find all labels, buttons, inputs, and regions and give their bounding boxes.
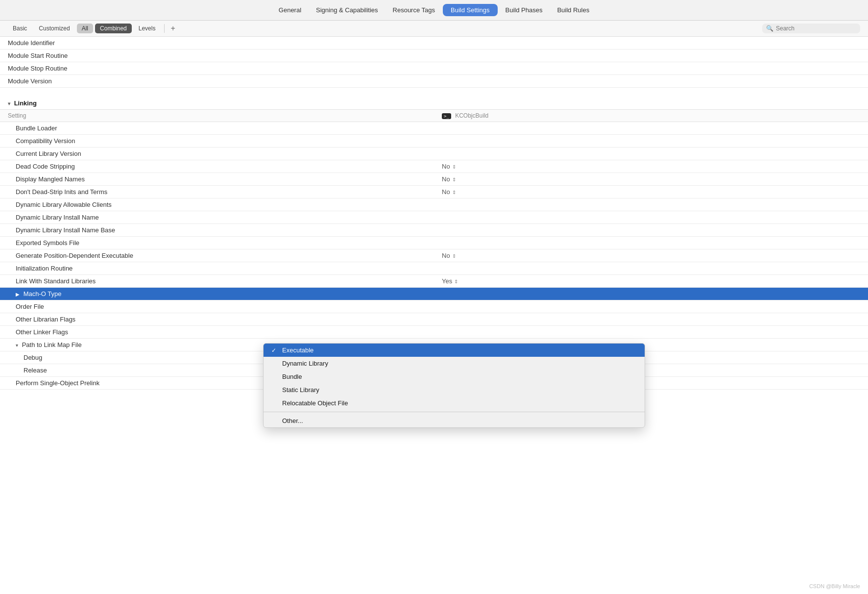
tab-resource-tags[interactable]: Resource Tags bbox=[386, 4, 442, 16]
table-row[interactable]: Module Version bbox=[0, 75, 868, 88]
setting-value bbox=[434, 147, 868, 160]
setting-value: No⇕ bbox=[434, 185, 868, 198]
top-tab-bar: General Signing & Capabilities Resource … bbox=[0, 0, 868, 21]
table-row[interactable]: Other Librarian Flags bbox=[0, 313, 868, 325]
filter-bar: Basic Customized All Combined Levels + 🔍 bbox=[0, 21, 868, 37]
table-row[interactable]: Generate Position-Dependent Executable N… bbox=[0, 249, 868, 262]
section-chevron-icon: ▾ bbox=[8, 101, 10, 106]
table-row[interactable]: Module Identifier bbox=[0, 37, 868, 50]
dropdown-item-static-library[interactable]: Static Library bbox=[264, 383, 645, 396]
mach-o-type-row[interactable]: ▶ Mach-O Type bbox=[0, 287, 868, 300]
filter-levels-button[interactable]: Levels bbox=[134, 24, 161, 33]
column-header-row: Setting >_ KCObjcBuild bbox=[0, 109, 868, 122]
dropdown-item-other[interactable]: Other... bbox=[264, 414, 645, 427]
setting-value bbox=[434, 325, 868, 338]
dropdown-item-label: Relocatable Object File bbox=[282, 399, 348, 407]
table-row[interactable]: Module Start Routine bbox=[0, 50, 868, 62]
setting-value bbox=[434, 62, 868, 75]
dropdown-item-bundle[interactable]: Bundle bbox=[264, 370, 645, 383]
tab-general[interactable]: General bbox=[272, 4, 308, 16]
filter-all-button[interactable]: All bbox=[77, 24, 93, 33]
table-row[interactable]: Display Mangled Names No⇕ bbox=[0, 173, 868, 185]
table-row[interactable]: Bundle Loader bbox=[0, 122, 868, 134]
setting-value: No⇕ bbox=[434, 173, 868, 185]
tab-signing[interactable]: Signing & Capabilities bbox=[309, 4, 385, 16]
setting-value bbox=[434, 50, 868, 62]
table-row[interactable]: Exported Symbols File bbox=[0, 236, 868, 249]
setting-value bbox=[434, 122, 868, 134]
expand-arrow-icon: ▶ bbox=[16, 292, 20, 297]
setting-value bbox=[434, 75, 868, 88]
table-row[interactable]: Don't Dead-Strip Inits and Terms No⇕ bbox=[0, 185, 868, 198]
search-icon: 🔍 bbox=[766, 25, 773, 32]
table-row[interactable]: Dynamic Library Install Name Base bbox=[0, 223, 868, 236]
add-filter-button[interactable]: + bbox=[169, 24, 177, 33]
dropdown-item-label: Static Library bbox=[282, 386, 319, 394]
table-row[interactable]: Initialization Routine bbox=[0, 262, 868, 274]
dropdown-item-dynamic-library[interactable]: Dynamic Library bbox=[264, 357, 645, 370]
setting-name: Other Librarian Flags bbox=[0, 313, 434, 325]
setting-name: Compatibility Version bbox=[0, 134, 434, 147]
filter-basic-button[interactable]: Basic bbox=[8, 24, 32, 33]
setting-name: Don't Dead-Strip Inits and Terms bbox=[0, 185, 434, 198]
setting-name: Module Version bbox=[0, 75, 434, 88]
table-row[interactable]: Dynamic Library Install Name bbox=[0, 211, 868, 223]
setting-name: Dynamic Library Install Name bbox=[0, 211, 434, 223]
table-row[interactable]: Order File bbox=[0, 300, 868, 313]
dropdown-item-executable[interactable]: ✓ Executable bbox=[264, 344, 645, 357]
linking-section-header[interactable]: ▾ Linking bbox=[0, 96, 868, 110]
setting-name: Exported Symbols File bbox=[0, 236, 434, 249]
setting-name: Current Library Version bbox=[0, 147, 434, 160]
table-row[interactable]: Link With Standard Libraries Yes⇕ bbox=[0, 274, 868, 287]
tab-build-settings[interactable]: Build Settings bbox=[443, 4, 498, 16]
setting-value bbox=[434, 262, 868, 274]
dropdown-item-label: Bundle bbox=[282, 373, 302, 380]
setting-value bbox=[434, 300, 868, 313]
setting-name: Module Identifier bbox=[0, 37, 434, 50]
section-label: Linking bbox=[14, 99, 37, 107]
setting-value bbox=[434, 37, 868, 50]
tab-build-rules[interactable]: Build Rules bbox=[550, 4, 596, 16]
filter-customized-button[interactable]: Customized bbox=[34, 24, 74, 33]
tab-build-phases[interactable]: Build Phases bbox=[499, 4, 550, 16]
col-setting: Setting bbox=[0, 109, 434, 122]
setting-value bbox=[434, 236, 868, 249]
col-target: >_ KCObjcBuild bbox=[434, 109, 868, 122]
checkmark-icon: ✓ bbox=[271, 347, 278, 354]
settings-table: Module Identifier Module Start Routine M… bbox=[0, 37, 868, 390]
dropdown-item-label: Other... bbox=[282, 417, 303, 424]
setting-value bbox=[434, 198, 868, 211]
setting-name: Generate Position-Dependent Executable bbox=[0, 249, 434, 262]
setting-name: Module Start Routine bbox=[0, 50, 434, 62]
setting-value bbox=[434, 211, 868, 223]
content-area: Module Identifier Module Start Routine M… bbox=[0, 37, 868, 591]
spinner-icon: ⇕ bbox=[454, 279, 458, 284]
spinner-icon: ⇕ bbox=[452, 190, 456, 195]
separator bbox=[0, 88, 868, 96]
table-row[interactable]: Compatibility Version bbox=[0, 134, 868, 147]
setting-value bbox=[434, 134, 868, 147]
table-row[interactable]: Current Library Version bbox=[0, 147, 868, 160]
setting-value: No⇕ bbox=[434, 160, 868, 173]
setting-name: Dynamic Library Install Name Base bbox=[0, 223, 434, 236]
setting-value: No⇕ bbox=[434, 249, 868, 262]
mach-o-type-dropdown: ✓ Executable Dynamic Library Bundle Stat… bbox=[263, 343, 645, 428]
setting-name: Link With Standard Libraries bbox=[0, 274, 434, 287]
setting-name: Dynamic Library Allowable Clients bbox=[0, 198, 434, 211]
filter-combined-button[interactable]: Combined bbox=[95, 24, 132, 33]
table-row[interactable]: Dead Code Stripping No⇕ bbox=[0, 160, 868, 173]
terminal-icon: >_ bbox=[442, 113, 451, 119]
dropdown-item-label: Dynamic Library bbox=[282, 360, 328, 367]
table-row[interactable]: Dynamic Library Allowable Clients bbox=[0, 198, 868, 211]
setting-name: ▶ Mach-O Type bbox=[0, 287, 434, 300]
setting-value bbox=[434, 287, 868, 300]
table-row[interactable]: Module Stop Routine bbox=[0, 62, 868, 75]
search-input[interactable] bbox=[776, 25, 856, 32]
setting-name: Bundle Loader bbox=[0, 122, 434, 134]
dropdown-item-relocatable[interactable]: Relocatable Object File bbox=[264, 396, 645, 410]
table-row[interactable]: Other Linker Flags bbox=[0, 325, 868, 338]
setting-name: Order File bbox=[0, 300, 434, 313]
setting-name: Module Stop Routine bbox=[0, 62, 434, 75]
filter-divider bbox=[164, 24, 165, 33]
dropdown-separator bbox=[264, 412, 645, 412]
